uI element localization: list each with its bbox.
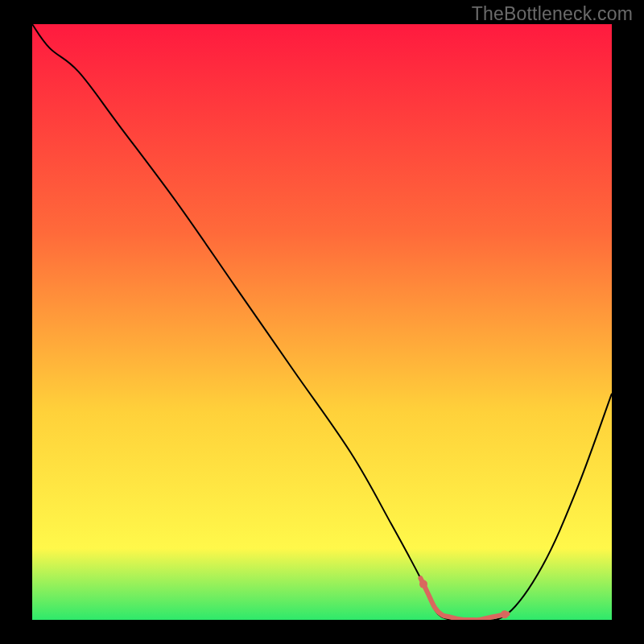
plot-area xyxy=(32,24,612,620)
accent-dot-left xyxy=(419,580,427,588)
chart-svg xyxy=(32,24,612,620)
watermark-label: TheBottleneck.com xyxy=(472,3,633,25)
gradient-background xyxy=(32,24,612,620)
chart-frame: TheBottleneck.com xyxy=(0,0,644,644)
accent-dot-right xyxy=(501,610,509,618)
